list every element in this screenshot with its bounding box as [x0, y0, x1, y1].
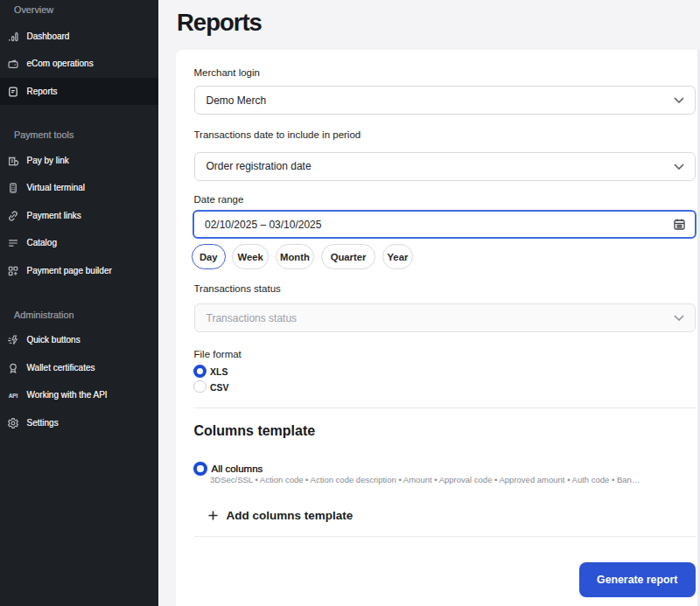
- svg-text:API: API: [9, 393, 18, 399]
